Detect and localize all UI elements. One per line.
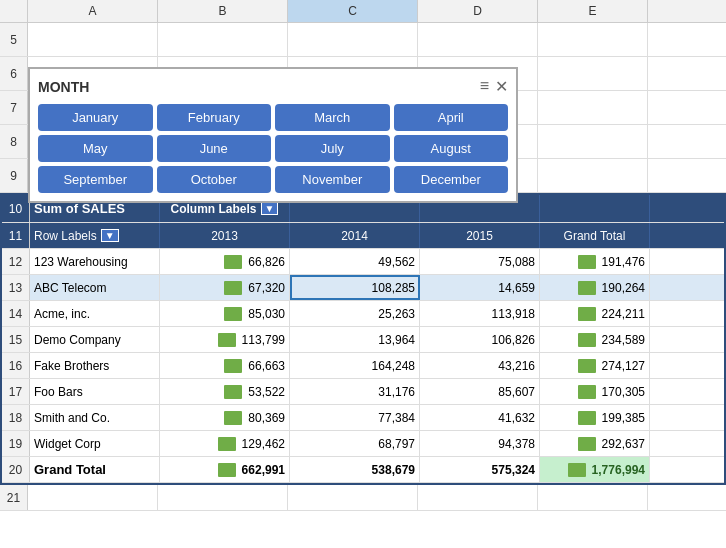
sparkline-total-15 [578, 333, 596, 347]
sparkline-13 [224, 281, 242, 295]
row-5: 5 [0, 23, 726, 57]
month-btn-november[interactable]: November [275, 166, 390, 193]
company-12: 123 Warehousing [30, 249, 160, 274]
company-14: Acme, inc. [30, 301, 160, 326]
pivot-row-16: 16 Fake Brothers 66,663 164,248 43,216 2… [2, 353, 724, 379]
month-btn-june[interactable]: June [157, 135, 272, 162]
sparkline-total-14 [578, 307, 596, 321]
col-labels-dropdown-icon[interactable]: ▼ [261, 202, 279, 215]
val-2014-17: 31,176 [290, 379, 420, 404]
val-2014-12: 49,562 [290, 249, 420, 274]
month-panel-title: MONTH [38, 79, 89, 95]
row-num-7: 7 [0, 91, 28, 124]
val-2014-16: 164,248 [290, 353, 420, 378]
row-num-18: 18 [2, 405, 30, 430]
val-2015-19: 94,378 [420, 431, 540, 456]
month-panel-header: MONTH ≡ ✕ [38, 77, 508, 96]
val-2015-13: 14,659 [420, 275, 540, 300]
sparkline-17 [224, 385, 242, 399]
cell-5a [28, 23, 158, 56]
corner-cell [0, 0, 28, 22]
row-labels-text: Row Labels [34, 229, 97, 243]
grand-total-row: 20 Grand Total 662,991 538,679 575,324 1… [2, 457, 724, 483]
month-btn-march[interactable]: March [275, 104, 390, 131]
month-btn-august[interactable]: August [394, 135, 509, 162]
row-num-9: 9 [0, 159, 28, 192]
col-header-c: C [288, 0, 418, 22]
month-btn-april[interactable]: April [394, 104, 509, 131]
val-2015-18: 41,632 [420, 405, 540, 430]
sparkline-19 [218, 437, 236, 451]
company-13: ABC Telecom [30, 275, 160, 300]
multi-select-icon[interactable]: ≡ [480, 77, 489, 96]
pivot-title-e [540, 195, 650, 222]
month-btn-july[interactable]: July [275, 135, 390, 162]
pivot-table: 10 Sum of SALES Column Labels ▼ 11 Row L… [0, 193, 726, 485]
val-2013-12: 66,826 [160, 249, 290, 274]
grand-total-label: Grand Total [30, 457, 160, 482]
grand-total-2013: 662,991 [160, 457, 290, 482]
pivot-row-13: 13 ABC Telecom 67,320 108,285 14,659 190… [2, 275, 724, 301]
val-2014-13: 108,285 [290, 275, 420, 300]
sparkline-gt-2013 [218, 463, 236, 477]
company-16: Fake Brothers [30, 353, 160, 378]
pivot-row-19: 19 Widget Corp 129,462 68,797 94,378 292… [2, 431, 724, 457]
val-2015-16: 43,216 [420, 353, 540, 378]
year-2013-header: 2013 [160, 223, 290, 248]
row-num-8: 8 [0, 125, 28, 158]
pivot-row-12: 12 123 Warehousing 66,826 49,562 75,088 … [2, 249, 724, 275]
col-header-a: A [28, 0, 158, 22]
val-2015-14: 113,918 [420, 301, 540, 326]
year-2014-header: 2014 [290, 223, 420, 248]
month-btn-september[interactable]: September [38, 166, 153, 193]
pivot-row-15: 15 Demo Company 113,799 13,964 106,826 2… [2, 327, 724, 353]
row-num-13: 13 [2, 275, 30, 300]
val-total-19: 292,637 [540, 431, 650, 456]
month-btn-february[interactable]: February [157, 104, 272, 131]
pivot-data-rows: 12 123 Warehousing 66,826 49,562 75,088 … [2, 249, 724, 457]
pivot-col-labels-row: 11 Row Labels ▼ 2013 2014 2015 Grand Tot… [2, 223, 724, 249]
month-btn-october[interactable]: October [157, 166, 272, 193]
cell-6e [538, 57, 648, 90]
val-2013-19: 129,462 [160, 431, 290, 456]
val-2013-14: 85,030 [160, 301, 290, 326]
month-btn-may[interactable]: May [38, 135, 153, 162]
month-slicer-panel: MONTH ≡ ✕ JanuaryFebruaryMarchAprilMayJu… [28, 67, 518, 203]
sparkline-total-12 [578, 255, 596, 269]
sparkline-total-17 [578, 385, 596, 399]
row-num-14: 14 [2, 301, 30, 326]
row-num-10: 10 [2, 195, 30, 222]
val-2015-15: 106,826 [420, 327, 540, 352]
sparkline-12 [224, 255, 242, 269]
val-total-16: 274,127 [540, 353, 650, 378]
cell-5e [538, 23, 648, 56]
clear-filter-icon[interactable]: ✕ [495, 77, 508, 96]
year-2015-header: 2015 [420, 223, 540, 248]
val-2014-19: 68,797 [290, 431, 420, 456]
val-2014-18: 77,384 [290, 405, 420, 430]
row-num-5: 5 [0, 23, 28, 56]
val-2014-14: 25,263 [290, 301, 420, 326]
sparkline-14 [224, 307, 242, 321]
col-header-b: B [158, 0, 288, 22]
val-total-13: 190,264 [540, 275, 650, 300]
month-btn-december[interactable]: December [394, 166, 509, 193]
company-17: Foo Bars [30, 379, 160, 404]
cell-7e [538, 91, 648, 124]
month-panel-icons: ≡ ✕ [480, 77, 508, 96]
val-2015-12: 75,088 [420, 249, 540, 274]
cell-5d [418, 23, 538, 56]
col-header-e: E [538, 0, 648, 22]
pivot-row-17: 17 Foo Bars 53,522 31,176 85,607 170,305 [2, 379, 724, 405]
val-total-17: 170,305 [540, 379, 650, 404]
row-num-11: 11 [2, 223, 30, 248]
month-btn-january[interactable]: January [38, 104, 153, 131]
row-labels-cell: Row Labels ▼ [30, 223, 160, 248]
row-num-19: 19 [2, 431, 30, 456]
row-num-16: 16 [2, 353, 30, 378]
row-num-15: 15 [2, 327, 30, 352]
cell-21c [288, 485, 418, 510]
row-21: 21 [0, 485, 726, 511]
row-labels-dropdown-icon[interactable]: ▼ [101, 229, 119, 242]
grand-total-header: Grand Total [540, 223, 650, 248]
